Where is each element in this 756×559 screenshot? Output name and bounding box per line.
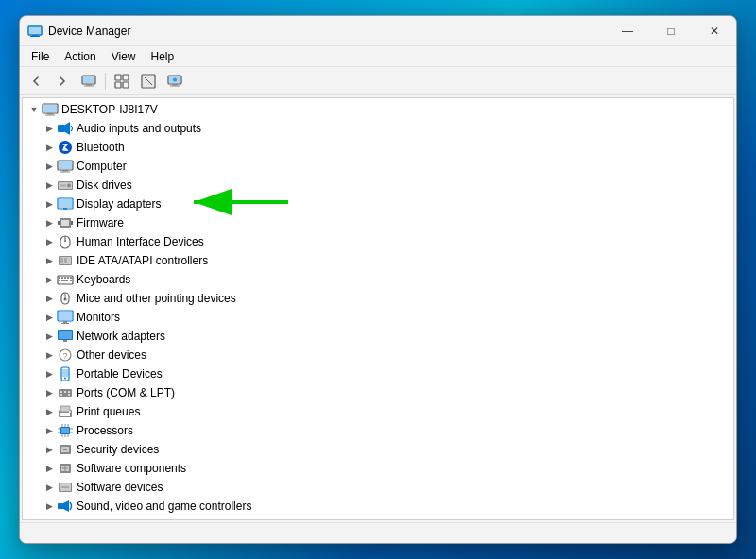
tree-node-disk[interactable]: ▶ Disk drives <box>23 176 733 195</box>
tree-node-portable[interactable]: ▶ Portable Devices <box>23 364 733 383</box>
storage-label: Storage controllers <box>77 518 172 520</box>
disk-icon <box>57 178 74 193</box>
storage-icon <box>57 517 74 520</box>
forward-button[interactable] <box>50 70 75 93</box>
other-arrow: ▶ <box>42 347 57 363</box>
tree-node-software-components[interactable]: ▶ Software components <box>23 459 733 478</box>
minimize-button[interactable]: — <box>606 16 649 46</box>
tree-node-storage[interactable]: ▶ Storage controllers <box>23 516 733 520</box>
close-button[interactable]: ✕ <box>693 16 736 46</box>
svg-rect-56 <box>61 280 68 281</box>
network-label: Network adapters <box>77 330 165 343</box>
app-icon <box>27 24 43 39</box>
svg-text:?: ? <box>63 351 68 361</box>
firmware-icon <box>57 215 74 230</box>
processors-arrow: ▶ <box>42 423 57 438</box>
svg-rect-28 <box>59 161 72 169</box>
toolbar-separator-1 <box>105 73 106 90</box>
svg-rect-74 <box>60 391 62 393</box>
svg-rect-2 <box>30 36 40 37</box>
menu-action[interactable]: Action <box>57 46 103 66</box>
svg-rect-55 <box>59 280 60 281</box>
computer-arrow: ▶ <box>42 159 57 174</box>
print-arrow: ▶ <box>42 404 57 419</box>
monitors-label: Monitors <box>77 311 120 324</box>
software-components-icon <box>57 461 74 476</box>
disk-arrow: ▶ <box>42 178 57 193</box>
tree-node-network[interactable]: ▶ Network adapters <box>23 327 733 346</box>
svg-rect-21 <box>43 105 57 112</box>
audio-label: Audio inputs and outputs <box>77 122 201 135</box>
back-button[interactable] <box>24 70 48 93</box>
svg-rect-39 <box>61 220 69 226</box>
hid-arrow: ▶ <box>42 234 57 249</box>
other-icon: ? <box>57 347 74 363</box>
svg-rect-8 <box>115 75 121 80</box>
svg-rect-29 <box>62 170 68 172</box>
tree-node-processors[interactable]: ▶ <box>23 421 733 440</box>
maximize-button[interactable]: □ <box>649 16 693 46</box>
processors-icon <box>57 423 74 438</box>
svg-rect-36 <box>59 199 72 208</box>
tree-root-node[interactable]: ▼ DESKTOP-IJ8I17V <box>23 100 733 119</box>
tree-node-bluetooth[interactable]: ▶ Bluetooth <box>23 138 733 157</box>
device-tree[interactable]: ▼ DESKTOP-IJ8I17V <box>22 97 734 520</box>
root-label: DESKTOP-IJ8I17V <box>61 103 158 116</box>
tree-node-ide[interactable]: ▶ IDE ATA/ATAPI controllers <box>23 251 733 270</box>
menu-file[interactable]: File <box>24 46 57 66</box>
monitors-arrow: ▶ <box>42 310 57 325</box>
sound-arrow: ▶ <box>42 499 57 514</box>
tree-node-monitors[interactable]: ▶ Monitors <box>23 308 733 327</box>
tree-node-audio[interactable]: ▶ Audio inputs and outputs <box>23 119 733 138</box>
tree-node-display[interactable]: ▶ Display adapters <box>23 195 733 213</box>
tree-node-sound[interactable]: ▶ Sound, video and game controllers <box>23 497 733 516</box>
svg-rect-9 <box>123 75 129 80</box>
svg-rect-7 <box>84 85 94 86</box>
security-icon <box>57 442 74 457</box>
firmware-arrow: ▶ <box>42 215 57 230</box>
tree-node-mice[interactable]: ▶ Mice and other pointing devices <box>23 289 733 308</box>
properties-button[interactable] <box>110 70 134 93</box>
window-controls: — □ ✕ <box>606 16 736 45</box>
tree-node-firmware[interactable]: ▶ Firmware <box>23 213 733 232</box>
svg-rect-53 <box>67 277 69 279</box>
computer-button[interactable] <box>77 70 101 93</box>
svg-rect-66 <box>59 331 72 339</box>
tree-node-computer[interactable]: ▶ Computer <box>23 157 733 176</box>
tree-node-software-devices[interactable]: ▶ Software devices <box>23 478 733 497</box>
help-button[interactable] <box>163 70 187 93</box>
processors-label: Processors <box>77 424 133 437</box>
svg-rect-81 <box>60 413 70 416</box>
root-expand-arrow: ▼ <box>26 102 42 117</box>
print-icon <box>57 404 74 419</box>
tree-node-security[interactable]: ▶ Security devices <box>23 440 733 459</box>
svg-rect-75 <box>64 391 66 393</box>
svg-rect-22 <box>47 113 53 115</box>
keyboards-label: Keyboards <box>77 273 130 286</box>
svg-rect-54 <box>70 277 72 279</box>
svg-rect-10 <box>115 82 121 88</box>
svg-rect-97 <box>63 449 67 450</box>
menu-help[interactable]: Help <box>144 46 182 66</box>
tree-node-ports[interactable]: ▶ Ports (COM & LPT) <box>23 383 733 402</box>
ide-label: IDE ATA/ATAPI controllers <box>77 254 208 267</box>
monitors-icon <box>57 310 74 325</box>
mice-arrow: ▶ <box>42 291 57 306</box>
content-area: ▼ DESKTOP-IJ8I17V <box>20 95 736 522</box>
tree-node-print[interactable]: ▶ Print queues <box>23 402 733 421</box>
refresh-button[interactable] <box>136 70 161 93</box>
portable-label: Portable Devices <box>77 367 163 381</box>
keyboards-icon <box>57 272 74 287</box>
svg-rect-51 <box>61 277 63 279</box>
tree-node-keyboards[interactable]: ▶ <box>23 270 733 289</box>
storage-arrow: ▶ <box>42 517 57 520</box>
tree-node-other[interactable]: ▶ ? Other devices <box>23 346 733 364</box>
svg-point-82 <box>69 411 71 413</box>
toolbar <box>20 67 736 95</box>
svg-rect-105 <box>58 503 63 509</box>
tree-node-hid[interactable]: ▶ Human Interface Devices <box>23 232 733 251</box>
computer-label: Computer <box>77 160 127 173</box>
menu-view[interactable]: View <box>104 46 144 66</box>
svg-point-72 <box>64 378 66 380</box>
bluetooth-arrow: ▶ <box>42 140 57 155</box>
